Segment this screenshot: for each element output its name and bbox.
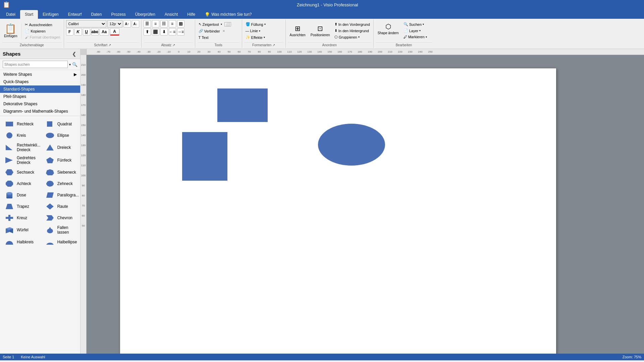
- font-decrease-button[interactable]: A↓: [132, 20, 139, 27]
- formenarten-expand-icon[interactable]: ↗: [272, 43, 275, 47]
- fill-dropdown[interactable]: ▾: [264, 23, 266, 26]
- text-tool-button[interactable]: T Text: [197, 35, 210, 40]
- absatz-expand-icon[interactable]: ↗: [172, 43, 175, 47]
- shape-halbellipse[interactable]: Halbellipse: [43, 237, 80, 247]
- canvas-shape-rect-1[interactable]: [217, 88, 268, 122]
- italic-button[interactable]: K: [74, 28, 82, 36]
- nav-diagramm-shapes[interactable]: Diagramm- und Mathematik-Shapes: [0, 108, 80, 115]
- shape-siebeneck[interactable]: Siebeneck: [43, 167, 80, 178]
- nav-dekorative-shapes[interactable]: Dekorative Shapes: [0, 100, 80, 108]
- shape-quadrat-icon: [45, 120, 55, 128]
- layer-dropdown[interactable]: ▾: [419, 29, 421, 32]
- nav-quick-shapes[interactable]: Quick-Shapes: [0, 78, 80, 85]
- shapes-search-input[interactable]: [3, 61, 68, 68]
- shape-picker[interactable]: ⬜: [224, 22, 231, 26]
- shape-quadrat[interactable]: Quadrat: [43, 119, 80, 129]
- connector-close[interactable]: ✕: [222, 29, 225, 33]
- shape-fuenfeck[interactable]: Fünfeck: [43, 154, 80, 166]
- positionieren-button[interactable]: ⊡ Positionieren: [309, 21, 332, 40]
- pointer-dropdown[interactable]: ▾: [221, 23, 222, 26]
- canvas-shape-ellipse[interactable]: [318, 124, 385, 166]
- layer-button[interactable]: 📄 Layer ▾: [402, 28, 428, 34]
- shape-kreuz[interactable]: Kreuz: [3, 213, 43, 223]
- search-execute-icon[interactable]: 🔍: [72, 62, 77, 67]
- shape-kreis-icon: [5, 131, 14, 139]
- shape-trapez[interactable]: Trapez: [3, 201, 43, 212]
- shape-achteck[interactable]: Achteck: [3, 178, 43, 189]
- valign-bot-button[interactable]: ⬇: [160, 28, 168, 36]
- shape-halbkreis[interactable]: Halbkreis: [3, 237, 43, 247]
- canvas-shape-rect-2[interactable]: [182, 132, 227, 181]
- gruppieren-dropdown[interactable]: ▾: [358, 36, 360, 39]
- gruppieren-button[interactable]: ⬡ Gruppieren ▾: [333, 34, 371, 40]
- tab-einfuegen[interactable]: Einfügen: [38, 10, 63, 19]
- nav-pfeil-shapes[interactable]: Pfeil-Shapes: [0, 93, 80, 100]
- shape-gedrehtes-dreieck[interactable]: GedrehtesDreieck: [3, 154, 43, 166]
- vordergrund-button[interactable]: ⬆ In den Vordergrund: [333, 21, 371, 27]
- font-size-select[interactable]: 12pt.: [107, 20, 122, 27]
- suchen-button[interactable]: 🔍 Suchen ▾: [402, 21, 428, 27]
- shape-wuerfel[interactable]: Würfel: [3, 224, 43, 236]
- valign-top-button[interactable]: ⬆: [144, 28, 151, 36]
- effects-button[interactable]: ✨ Effekte ▾: [244, 35, 266, 40]
- font-color-button[interactable]: A: [110, 28, 119, 36]
- line-button[interactable]: — Linie ▾: [244, 28, 262, 34]
- connector-tool-button[interactable]: 🔗 Verbinder ✕: [197, 28, 226, 34]
- tab-ansicht[interactable]: Ansicht: [160, 10, 182, 19]
- underline-button[interactable]: U: [83, 28, 90, 36]
- search-dropdown-icon[interactable]: ▾: [69, 63, 71, 66]
- shape-dreieck[interactable]: Dreieck: [43, 141, 80, 154]
- hintergrund-button[interactable]: ⬇ In den Hintergrund: [333, 28, 371, 34]
- shape-zehneck[interactable]: Zehneck: [43, 178, 80, 189]
- indent-inc-button[interactable]: →≡: [177, 28, 184, 36]
- shape-ellipse[interactable]: Ellipse: [43, 130, 80, 141]
- tab-start[interactable]: Start: [20, 10, 38, 19]
- canvas-scroll-area[interactable]: [87, 55, 644, 354]
- tab-datei[interactable]: Datei: [1, 10, 20, 19]
- shape-sechseck[interactable]: Sechseck: [3, 167, 43, 178]
- tab-hilfe[interactable]: Hilfe: [182, 10, 200, 19]
- tab-search-icon[interactable]: 💡 Was möchten Sie tun?: [200, 10, 256, 19]
- pointer-tool-button[interactable]: ↖ Zeigertool ▾ ⬜: [197, 21, 232, 27]
- shape-fallen-lassen[interactable]: Fallen lassen: [43, 224, 80, 236]
- list-button[interactable]: ≡: [169, 20, 176, 27]
- valign-mid-button[interactable]: ⬛: [152, 28, 159, 36]
- bold-button[interactable]: F: [66, 28, 73, 36]
- shape-parallelogramm[interactable]: Parallogra...: [43, 190, 80, 200]
- effects-dropdown[interactable]: ▾: [264, 36, 265, 39]
- markieren-button[interactable]: 🖊 Markieren ▾: [402, 34, 428, 40]
- fill-button[interactable]: 🪣 Füllung ▾: [244, 21, 267, 27]
- font-case-button[interactable]: Aa: [100, 28, 109, 36]
- schriftart-expand-icon[interactable]: ↗: [108, 43, 111, 47]
- tab-ueberpruefen[interactable]: Überprüfen: [130, 10, 160, 19]
- font-increase-button[interactable]: A↑: [123, 20, 131, 27]
- nav-weitere-shapes[interactable]: Weitere Shapes ▶: [0, 71, 80, 78]
- align-right-button[interactable]: ☷: [160, 20, 168, 27]
- indent-dec-button[interactable]: ←≡: [169, 28, 176, 36]
- suchen-dropdown[interactable]: ▾: [423, 23, 424, 26]
- line-dropdown[interactable]: ▾: [259, 29, 260, 33]
- cut-button[interactable]: ✂ Ausschneiden: [23, 22, 61, 27]
- font-family-select[interactable]: Calibri: [66, 20, 106, 27]
- copy-button[interactable]: 📄 Kopieren: [23, 28, 61, 34]
- collapse-panel-button[interactable]: ❮: [71, 51, 77, 57]
- align-left-button[interactable]: ☰: [144, 20, 151, 27]
- format-transfer-button[interactable]: 🖌 Format übertragen: [23, 35, 61, 40]
- markieren-dropdown[interactable]: ▾: [426, 36, 427, 39]
- tab-daten[interactable]: Daten: [86, 10, 106, 19]
- shape-kreis[interactable]: Kreis: [3, 130, 43, 141]
- tab-prozess[interactable]: Prozess: [106, 10, 130, 19]
- shape-aendern-button[interactable]: ⬡ Shape ändern: [376, 21, 401, 36]
- tab-entwurf[interactable]: Entwurf: [63, 10, 87, 19]
- shape-rechteck[interactable]: Rechteck: [3, 119, 43, 129]
- shape-raute[interactable]: Raute: [43, 201, 80, 212]
- nav-standard-shapes[interactable]: Standard-Shapes: [0, 85, 80, 93]
- paste-button[interactable]: 📋 Einfügen: [2, 23, 19, 39]
- shape-rechtwinkel-dreieck[interactable]: Rechtwinkli...Dreieck: [3, 141, 43, 154]
- align-center-button[interactable]: ≡: [152, 20, 159, 27]
- shape-chevron[interactable]: Chevron: [43, 213, 80, 223]
- shape-dose[interactable]: Dose: [3, 190, 43, 200]
- ausrichten-button[interactable]: ⊞ Ausrichten: [288, 21, 308, 40]
- strikethrough-button[interactable]: abc: [91, 28, 99, 36]
- columns-button[interactable]: ⊞: [177, 20, 184, 27]
